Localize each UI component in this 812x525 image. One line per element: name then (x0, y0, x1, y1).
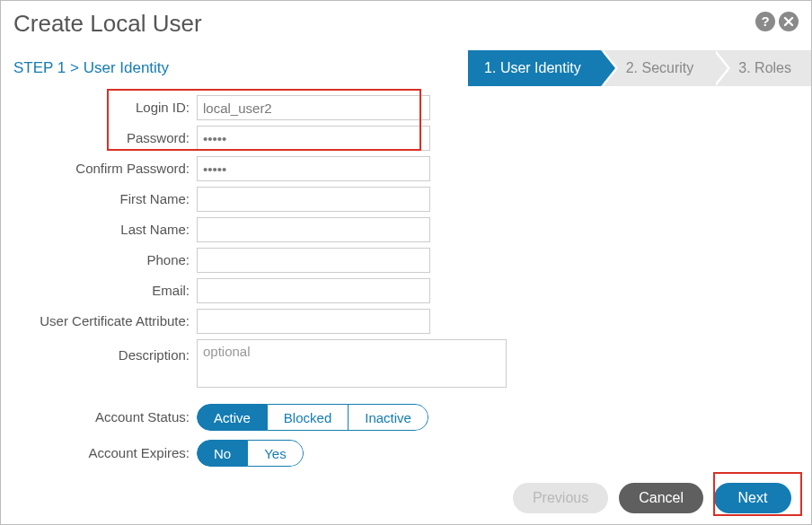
label-account-expires: Account Expires: (28, 441, 197, 466)
svg-text:?: ? (761, 13, 769, 29)
expires-no[interactable]: No (197, 440, 248, 467)
dialog-header: Create Local User ? (1, 1, 811, 38)
label-login-id: Login ID: (28, 95, 197, 120)
cancel-button[interactable]: Cancel (619, 483, 703, 513)
dialog-title: Create Local User (13, 10, 202, 38)
input-user-cert-attr[interactable] (197, 309, 430, 334)
previous-button: Previous (513, 483, 608, 513)
dialog-footer: Previous Cancel Next (513, 483, 791, 513)
input-first-name[interactable] (197, 187, 430, 212)
step-label: STEP 1 > User Identity (13, 59, 169, 77)
expires-yes[interactable]: Yes (248, 440, 303, 467)
input-phone[interactable] (197, 248, 430, 273)
row-account-status: Account Status: Active Blocked Inactive (28, 404, 784, 431)
progress-row: STEP 1 > User Identity 1. User Identity … (1, 38, 811, 86)
row-login-id: Login ID: (28, 95, 784, 120)
progress-bar: 1. User Identity 2. Security 3. Roles (468, 50, 811, 86)
progress-step-identity[interactable]: 1. User Identity (468, 50, 601, 86)
close-icon[interactable] (779, 12, 799, 35)
create-local-user-dialog: Create Local User ? STEP 1 > User Identi… (0, 0, 812, 525)
row-account-expires: Account Expires: No Yes (28, 440, 784, 467)
input-email[interactable] (197, 278, 430, 303)
segmented-account-status: Active Blocked Inactive (197, 404, 428, 431)
row-email: Email: (28, 278, 784, 303)
form-area: Login ID: Password: Confirm Password: Fi… (1, 86, 811, 467)
status-active[interactable]: Active (197, 404, 268, 431)
label-email: Email: (28, 278, 197, 303)
input-login-id[interactable] (197, 95, 430, 120)
label-phone: Phone: (28, 248, 197, 273)
row-password: Password: (28, 126, 784, 151)
input-password[interactable] (197, 126, 430, 151)
row-user-cert-attr: User Certificate Attribute: (28, 309, 784, 334)
label-first-name: First Name: (28, 187, 197, 212)
row-phone: Phone: (28, 248, 784, 273)
row-first-name: First Name: (28, 187, 784, 212)
row-last-name: Last Name: (28, 217, 784, 242)
next-button[interactable]: Next (714, 483, 791, 513)
status-blocked[interactable]: Blocked (268, 404, 349, 431)
header-icons: ? (755, 12, 799, 35)
label-account-status: Account Status: (28, 405, 197, 430)
label-password: Password: (28, 126, 197, 151)
label-user-cert-attr: User Certificate Attribute: (28, 309, 197, 334)
label-description: Description: (28, 339, 197, 368)
row-description: Description: (28, 339, 784, 388)
input-confirm-password[interactable] (197, 156, 430, 181)
label-last-name: Last Name: (28, 217, 197, 242)
help-icon[interactable]: ? (755, 12, 775, 35)
label-confirm-password: Confirm Password: (28, 156, 197, 181)
input-last-name[interactable] (197, 217, 430, 242)
status-inactive[interactable]: Inactive (349, 404, 428, 431)
input-description[interactable] (197, 339, 507, 388)
row-confirm-password: Confirm Password: (28, 156, 784, 181)
segmented-account-expires: No Yes (197, 440, 304, 467)
